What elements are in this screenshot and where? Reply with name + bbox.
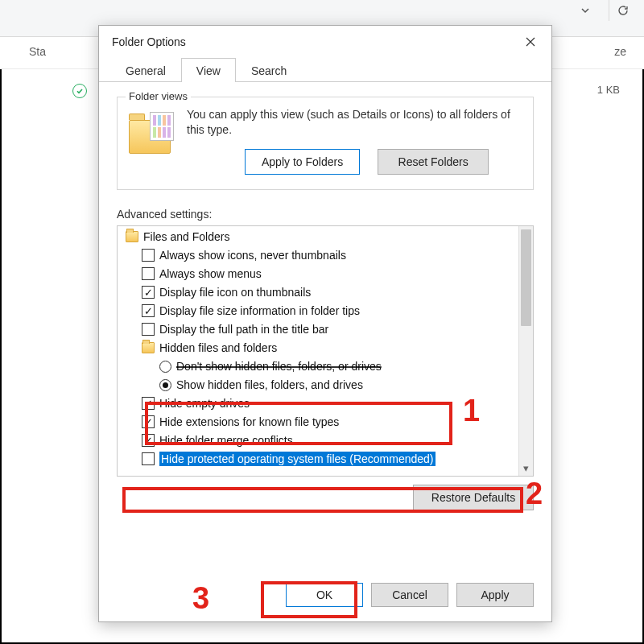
checkbox-display-size-tips[interactable]: ✓Display file size information in folder…	[121, 302, 518, 320]
folder-icon	[126, 231, 138, 242]
folder-views-title: Folder views	[126, 90, 191, 102]
checkbox-hide-extensions[interactable]: ✓Hide extensions for known file types	[121, 413, 518, 431]
column-header-fragment-right: ze	[614, 45, 626, 58]
ok-button[interactable]: OK	[286, 583, 363, 607]
tab-bar: General View Search	[99, 58, 551, 82]
refresh-icon[interactable]	[609, 0, 636, 21]
tab-general[interactable]: General	[110, 58, 181, 82]
folder-options-dialog: Folder Options General View Search Folde…	[98, 25, 552, 622]
annotation-number-3: 3	[192, 581, 209, 616]
list-header-hidden-files: Hidden files and folders	[121, 339, 518, 357]
checkbox-display-icon-thumbnails[interactable]: ✓Display file icon on thumbnails	[121, 283, 518, 302]
scrollbar[interactable]: ▴ ▾	[518, 226, 533, 476]
tab-search[interactable]: Search	[236, 58, 302, 82]
dialog-title: Folder Options	[112, 35, 513, 48]
checkbox-hide-protected-os-files[interactable]: Hide protected operating system files (R…	[121, 450, 518, 469]
tab-view[interactable]: View	[181, 58, 236, 82]
column-header-fragment-left: Sta	[29, 45, 46, 58]
checkbox-display-full-path[interactable]: Display the full path in the title bar	[121, 320, 518, 339]
folder-icon	[142, 342, 155, 353]
chevron-down-icon[interactable]	[572, 0, 599, 21]
scroll-down-icon[interactable]: ▾	[519, 461, 533, 476]
radio-show-hidden[interactable]: Show hidden files, folders, and drives	[121, 376, 518, 394]
checkbox-always-show-menus[interactable]: Always show menus	[121, 265, 518, 283]
folder-icon	[129, 110, 177, 157]
checkbox-hide-empty-drives[interactable]: ✓Hide empty drives	[121, 394, 518, 413]
checkbox-always-show-icons[interactable]: Always show icons, never thumbnails	[121, 246, 518, 265]
radio-dont-show-hidden[interactable]: Don't show hidden files, folders, or dri…	[121, 357, 518, 376]
cancel-button[interactable]: Cancel	[371, 583, 448, 607]
advanced-settings-label: Advanced settings:	[117, 208, 534, 221]
titlebar: Folder Options	[99, 26, 551, 58]
list-header-files-folders: Files and Folders	[121, 228, 518, 246]
restore-defaults-button[interactable]: Restore Defaults	[413, 485, 534, 510]
checkbox-hide-merge-conflicts[interactable]: ✓Hide folder merge conflicts	[121, 431, 518, 450]
advanced-settings-list[interactable]: Files and Folders Always show icons, nev…	[117, 225, 534, 477]
reset-folders-button[interactable]: Reset Folders	[378, 149, 489, 175]
status-check-icon	[72, 84, 87, 98]
file-size-cell: 1 KB	[597, 84, 620, 96]
scroll-thumb[interactable]	[521, 229, 531, 326]
apply-to-folders-button[interactable]: Apply to Folders	[245, 149, 360, 175]
folder-views-text: You can apply this view (such as Details…	[187, 107, 522, 138]
folder-views-groupbox: Folder views You can apply this view (su…	[117, 97, 534, 190]
apply-button[interactable]: Apply	[456, 583, 534, 607]
close-button[interactable]	[513, 27, 548, 56]
